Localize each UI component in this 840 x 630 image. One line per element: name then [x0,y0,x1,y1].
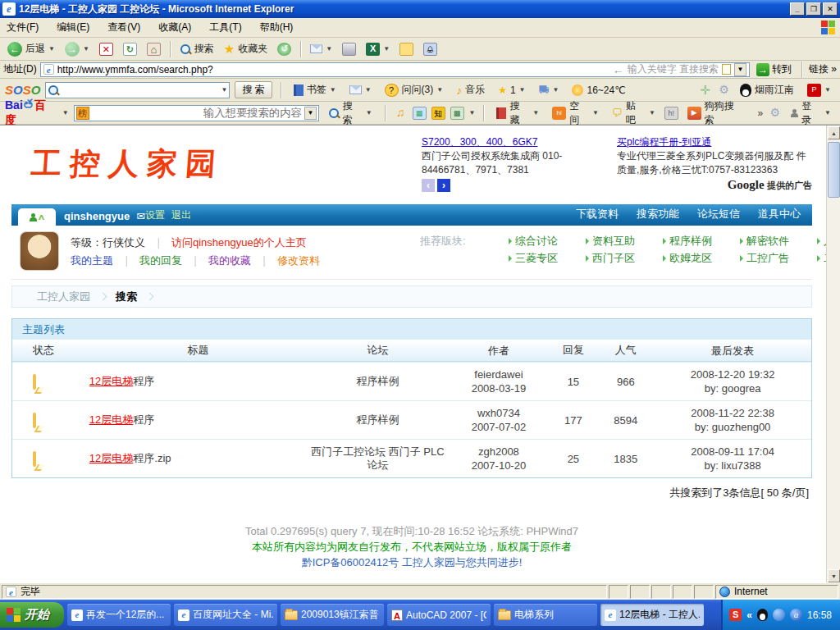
forum-cell[interactable]: 程序样例 [307,413,448,427]
notes-button[interactable] [395,41,418,57]
soso-qq-status[interactable]: 烟雨江南 [736,81,798,98]
baidu-space-button[interactable]: hi 空间 ▼ [548,98,603,129]
section-link[interactable]: 程序样例 [663,232,733,249]
breadcrumb-home-link[interactable]: 工控人家园 [37,290,90,304]
section-link[interactable]: 工控广告 [740,249,810,267]
forum-cell[interactable]: 西门子工控论坛 西门子 PLC论坛 [307,445,448,472]
baidu-login-button[interactable]: 登录 ▼ [787,98,835,129]
mail-button[interactable]: ▼ [306,43,336,55]
menu-edit[interactable]: 编辑(E) [57,21,89,34]
soso-alerts-button[interactable]: ★ 1 ▼ [494,83,529,98]
last-post-by[interactable]: by: guozheng00 [654,420,811,434]
dropdown-icon[interactable]: ▼ [366,109,372,116]
address-dropdown-icon[interactable]: ▼ [734,63,746,76]
menu-view[interactable]: 查看(V) [107,21,140,34]
mp3-icon[interactable]: ♫ [394,107,408,120]
site-logo[interactable]: 工控人家园 [30,144,225,185]
forward-dropdown-icon[interactable]: ▼ [83,45,89,52]
taskbar-task[interactable]: A AutoCAD 2007 - [C:... [387,604,491,626]
message-icon[interactable]: ✉ [136,210,145,222]
taskbar-task-active[interactable]: e 12层电梯 - 工控人... [600,604,704,626]
print-button[interactable] [338,41,360,57]
topic-link[interactable]: 12层电梯 [89,375,133,387]
menu-tools[interactable]: 工具(T) [209,21,241,34]
baidu-tieba-button[interactable]: 🗩 贴吧 ▼ [608,98,660,129]
dropdown-icon[interactable]: ▼ [436,86,443,94]
soso-mail-button[interactable]: ▼ [345,84,376,96]
ad-left-title[interactable]: S7200、300、400、6GK7 [422,135,617,149]
dropdown-icon[interactable]: ▼ [365,86,372,94]
video-icon[interactable]: ▩ [450,107,464,120]
scroll-up-icon[interactable]: ▲ [828,126,840,139]
edit-profile-link[interactable]: 修改资料 [277,254,320,267]
last-post-by[interactable]: by: googrea [654,381,811,395]
zhidao-icon[interactable]: 知 [431,107,445,120]
menu-file[interactable]: 文件(F) [7,21,39,34]
user-tab[interactable]: ᐱ [18,208,56,226]
section-link[interactable]: 综合讨论 [509,232,579,249]
pdf-tool-button[interactable]: P ▼ [803,82,835,98]
soso-music-button[interactable]: ♪ 音乐 [452,81,489,98]
soso-cart-button[interactable]: ⛟ ▼ [535,82,564,98]
search-button[interactable]: 搜索 [176,40,218,57]
refresh-button[interactable]: ↻ [119,41,141,57]
back-dropdown-icon[interactable]: ▼ [48,45,55,52]
dropdown-icon[interactable]: ▼ [519,86,526,94]
soso-search-button[interactable]: 搜 索 [235,81,272,98]
add-plugin-icon[interactable]: ✛ [698,84,712,97]
ad-left[interactable]: S7200、300、400、6GK7 西门子公司授权系统集成商 010- 844… [422,135,617,193]
soso-search-input[interactable] [62,84,218,96]
soso-search-dropdown-icon[interactable]: ▼ [221,86,227,94]
dropdown-icon[interactable]: ▼ [553,86,559,94]
taskbar-task[interactable]: 2009013镇江索普 [281,604,384,626]
last-post-by[interactable]: by: lixu7388 [654,459,811,472]
address-input[interactable] [57,64,609,75]
taskbar-task[interactable]: 电梯系列 [494,604,597,626]
author-name[interactable]: wxh0734 [448,406,549,420]
settings-gear-icon[interactable]: ⚙ [768,107,782,120]
topic-link[interactable]: 12层电梯 [89,452,133,464]
forum-sms-link[interactable]: 论坛短信 [697,207,740,221]
hao-icon[interactable]: h! [664,107,678,120]
baidu-search-button[interactable]: 搜索 ▼ [324,98,377,129]
minimize-button[interactable]: _ [790,2,805,16]
baidu-favorites-button[interactable]: 搜藏 ▼ [492,98,543,129]
address-input-box[interactable]: e ← 输入关键字 直接搜索 ▼ [40,62,750,77]
more-tools-icon[interactable]: » [758,107,764,119]
close-button[interactable]: ✕ [823,2,838,16]
section-link[interactable]: 解密软件 [740,232,810,249]
dropdown-icon[interactable]: ▼ [592,109,599,116]
baidu-search-dropdown-icon[interactable]: ▼ [304,107,317,120]
home-button[interactable]: ⌂ [143,41,165,57]
links-button[interactable]: 链接 » [809,62,837,76]
dropdown-icon[interactable]: ▼ [649,109,655,116]
baidu-search-input[interactable] [92,107,302,119]
author-name[interactable]: feierdawei [448,368,549,381]
search-function-link[interactable]: 搜索功能 [637,207,679,221]
menu-favorites[interactable]: 收藏(A) [158,21,191,34]
dropdown-icon[interactable]: ▼ [824,86,831,94]
edit-dropdown-icon[interactable]: ▼ [383,45,390,52]
start-button[interactable]: 开始 [0,602,64,628]
forum-cell[interactable]: 程序样例 [307,375,448,388]
dropdown-icon[interactable]: ▼ [824,109,831,116]
history-button[interactable]: ↺ [273,41,295,57]
settings-gear-icon[interactable]: ⚙ [717,84,731,97]
tray-icon[interactable] [773,609,785,621]
vertical-scrollbar[interactable]: ▲ ▼ [826,126,840,583]
maximize-button[interactable]: ❐ [806,2,821,16]
tray-icon[interactable]: a [790,609,802,621]
taskbar-task[interactable]: e 再发一个12层的... [67,604,171,626]
username[interactable]: qinshengyue [64,210,130,222]
forward-button[interactable]: → ▼ [61,40,94,58]
edit-excel-button[interactable]: X ▼ [362,41,394,57]
scroll-down-icon[interactable]: ▼ [828,569,840,582]
dropdown-icon[interactable]: ▼ [330,86,336,94]
ad-right[interactable]: 买plc编程手册-到亚通 专业代理三菱全系列PLC变频器伺服及配 件 质量,服务… [617,135,812,193]
back-button[interactable]: ← 后退 ▼ [3,40,59,58]
soso-weather-button[interactable]: 16~24℃ [568,83,629,98]
section-link[interactable]: 西门子区 [586,249,656,267]
settings-link[interactable]: 设置 [145,208,165,222]
tray-expand-icon[interactable]: « [746,609,752,621]
baidu-logo-dropdown-icon[interactable]: ▼ [62,109,69,116]
